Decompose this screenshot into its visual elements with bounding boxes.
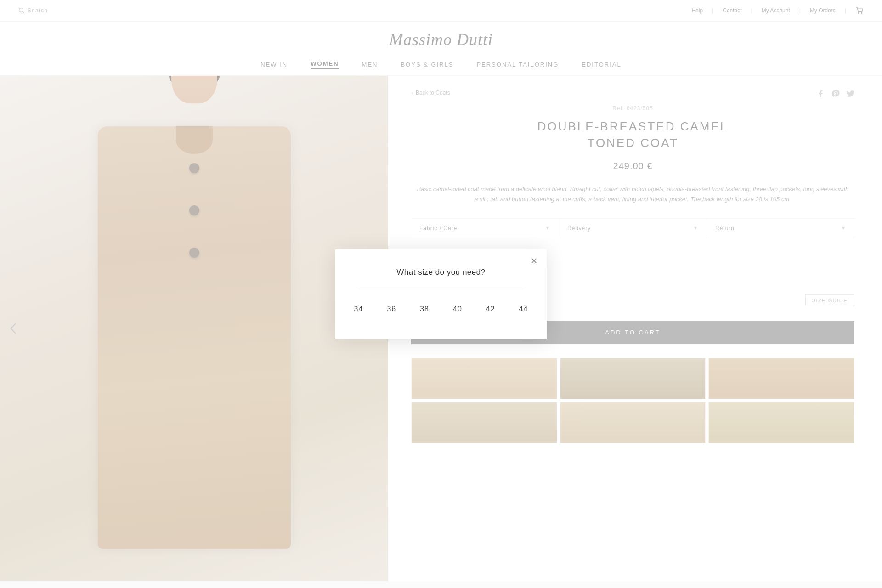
modal-divider (358, 288, 524, 288)
modal-title: What size do you need? (358, 268, 524, 277)
modal-size-34[interactable]: 34 (351, 302, 367, 316)
size-modal: ✕ What size do you need? 34 36 38 40 42 … (335, 249, 547, 339)
modal-size-40[interactable]: 40 (449, 302, 466, 316)
modal-size-42[interactable]: 42 (482, 302, 499, 316)
modal-close-button[interactable]: ✕ (531, 257, 537, 265)
modal-size-38[interactable]: 38 (416, 302, 433, 316)
size-modal-overlay[interactable]: ✕ What size do you need? 34 36 38 40 42 … (0, 0, 882, 588)
modal-size-36[interactable]: 36 (383, 302, 400, 316)
modal-sizes: 34 36 38 40 42 44 (358, 302, 524, 316)
modal-size-44[interactable]: 44 (515, 302, 532, 316)
